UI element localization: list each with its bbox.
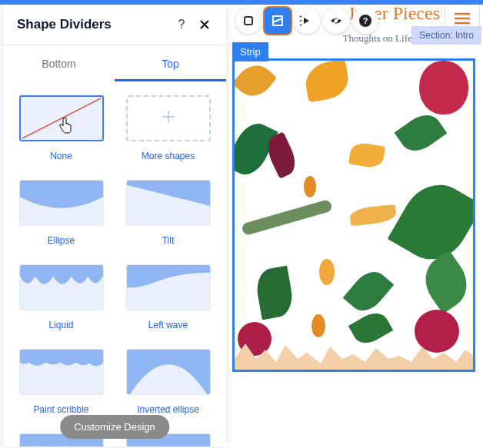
cursor-hand-icon [58,117,74,138]
tabs: Bottom Top [3,45,226,81]
shapes-gallery: None More shapes Ellipse [3,81,226,446]
caption-none: None [50,151,72,161]
customize-design-button[interactable]: Customize Design [60,415,169,439]
close-icon[interactable] [197,17,212,32]
strip-label[interactable]: Strip [232,42,268,61]
floating-toolbar: ? [235,8,378,34]
strip-background-image [235,61,473,370]
shape-liquid[interactable] [19,264,104,310]
shape-ellipse[interactable] [19,180,104,226]
caption-more: More shapes [142,151,195,161]
caption-ellipse: Ellipse [48,235,75,246]
shape-inverted-ellipse[interactable] [126,349,211,395]
svg-text:?: ? [363,16,368,25]
shape-tilt[interactable] [126,180,211,226]
toolbar-help-button[interactable]: ? [352,8,378,34]
shape-dividers-panel: Shape Dividers ? Bottom Top None [3,5,226,446]
shape-leftwave[interactable] [126,264,211,310]
caption-liquid: Liquid [48,320,73,330]
strip-frame[interactable] [232,58,475,372]
panel-title: Shape Dividers [17,17,166,32]
tab-top[interactable]: Top [115,45,226,81]
caption-paint: Paint scribble [33,404,88,415]
caption-inverted: Inverted ellipse [137,404,199,415]
applied-divider-shape [235,336,475,371]
shape-more[interactable] [126,95,211,141]
editor-canvas: Inner Pieces Thoughts on Lifestyle & M ?… [231,0,481,448]
panel-header: Shape Dividers ? [3,5,226,45]
toolbar-visibility-button[interactable] [323,8,349,34]
toolbar-shape-divider-button[interactable] [265,8,291,34]
toolbar-stop-button[interactable] [235,8,261,34]
caption-tilt: Tilt [162,235,175,246]
shape-none[interactable] [19,95,104,141]
svg-rect-1 [245,17,252,25]
plus-icon [160,108,177,128]
tab-bottom[interactable]: Bottom [3,45,115,81]
shape-paint-scribble[interactable] [19,349,104,395]
caption-leftwave: Left wave [148,320,188,330]
toolbar-animate-button[interactable] [294,8,320,34]
help-icon[interactable]: ? [174,17,189,32]
section-label[interactable]: Section: Intro [411,26,481,45]
